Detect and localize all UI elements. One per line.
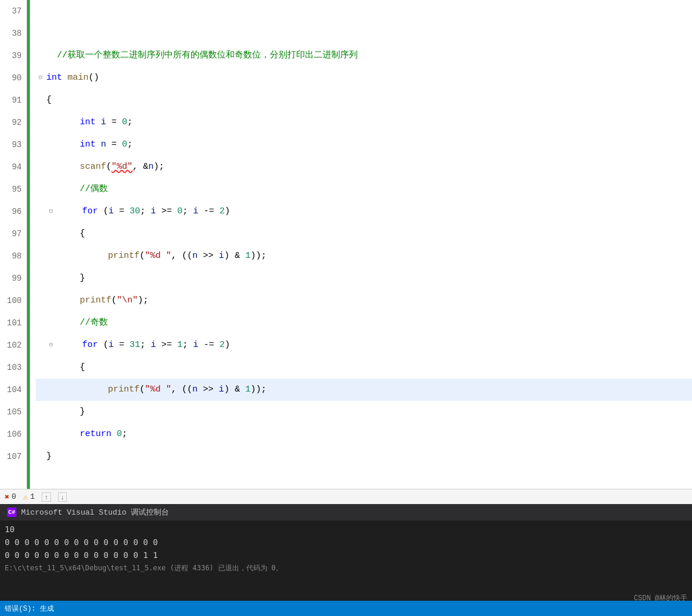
line-num-105: 105 xyxy=(2,401,22,423)
line-num-95: 95 xyxy=(2,178,22,200)
fold-icon-102[interactable]: ⊟ xyxy=(46,341,56,350)
line-num-102: 102 xyxy=(2,334,22,356)
console-title: Microsoft Visual Studio 调试控制台 xyxy=(21,507,169,518)
code-line-103: { xyxy=(36,356,692,379)
code-line-97: { xyxy=(36,223,692,245)
code-token-comment: //获取一个整数二进制序列中所有的偶数位和奇数位，分别打印出二进制序列 xyxy=(36,45,358,67)
code-token-int: int xyxy=(46,67,62,89)
code-line-107: } xyxy=(36,445,692,468)
error-icon: ✖ xyxy=(5,492,9,502)
line-num-107: 107 xyxy=(2,445,22,468)
code-line-102: ⊟ for ( i = 31 ; i >= 1 ; i -= 2 ) xyxy=(36,334,692,356)
line-num-101: 101 xyxy=(2,312,22,334)
code-line-99: } xyxy=(36,267,692,290)
code-line-105: } xyxy=(36,401,692,423)
code-token-main: main xyxy=(67,67,89,89)
warning-count: ⚠ 1 xyxy=(23,492,35,502)
code-line-96: ⊟ for ( i = 30 ; i >= 0 ; i -= 2 ) xyxy=(36,200,692,223)
error-count: ✖ 0 xyxy=(5,492,16,502)
line-numbers: 37 38 39 90 91 92 93 94 95 96 97 98 99 1… xyxy=(0,0,27,504)
code-editor: 37 38 39 90 91 92 93 94 95 96 97 98 99 1… xyxy=(0,0,692,504)
code-token-int-i: int xyxy=(80,111,96,134)
code-line-92: int i = 0 ; xyxy=(36,111,692,134)
code-line-38 xyxy=(36,22,692,45)
line-num-104: 104 xyxy=(2,379,22,401)
line-num-97: 97 xyxy=(2,223,22,245)
line-num-94: 94 xyxy=(2,156,22,178)
code-line-101: //奇数 xyxy=(36,312,692,334)
code-line-90: ⊟ int main () xyxy=(36,67,692,89)
code-content[interactable]: //获取一个整数二进制序列中所有的偶数位和奇数位，分别打印出二进制序列 ⊟ in… xyxy=(30,0,692,504)
code-line-95: //偶数 xyxy=(36,178,692,200)
bottom-toolbar: 错误(S): 生成 xyxy=(0,601,692,616)
warning-icon: ⚠ xyxy=(23,492,28,502)
code-line-100: printf ( "\n" ); xyxy=(36,290,692,312)
navigate-up-button[interactable]: ↑ xyxy=(42,492,51,502)
code-line-93: int n = 0 ; xyxy=(36,134,692,156)
vs-icon: C# xyxy=(7,508,16,517)
console-line-1: 10 xyxy=(5,523,687,536)
code-line-91: { xyxy=(36,89,692,111)
status-bar: ✖ 0 ⚠ 1 ↑ ↓ xyxy=(0,489,692,504)
line-num-38: 38 xyxy=(2,22,22,45)
code-line-94: scanf ( "%d" , & n ); xyxy=(36,156,692,178)
line-num-99: 99 xyxy=(2,267,22,290)
line-num-39: 39 xyxy=(2,45,22,67)
code-line-106: return 0 ; xyxy=(36,423,692,445)
fold-icon-90[interactable]: ⊟ xyxy=(36,73,45,83)
warning-count-label: 1 xyxy=(30,492,35,501)
console-line-2: 0 0 0 0 0 0 0 0 0 0 0 0 0 0 0 0 xyxy=(5,536,687,549)
line-num-91: 91 xyxy=(2,89,22,111)
code-line-37 xyxy=(36,0,692,22)
line-num-98: 98 xyxy=(2,245,22,267)
console-line-3: 0 0 0 0 0 0 0 0 0 0 0 0 0 0 1 1 xyxy=(5,549,687,561)
build-label: 错误(S): 生成 xyxy=(5,604,54,614)
line-num-100: 100 xyxy=(2,290,22,312)
console-last-line: E:\c\test_11_5\x64\Debug\test_11_5.exe (… xyxy=(5,561,687,574)
line-num-90: 90 xyxy=(2,67,22,89)
line-num-103: 103 xyxy=(2,356,22,379)
line-num-37: 37 xyxy=(2,0,22,22)
code-line-98: printf ( "%d " , (( n >> i ) & 1 )); xyxy=(36,245,692,267)
console-header: C# Microsoft Visual Studio 调试控制台 xyxy=(0,504,692,520)
navigate-down-button[interactable]: ↓ xyxy=(58,492,67,502)
code-token-int-n: int xyxy=(80,134,96,156)
fold-icon-96[interactable]: ⊟ xyxy=(46,207,56,216)
line-num-96: 96 xyxy=(2,200,22,223)
line-num-93: 93 xyxy=(2,134,22,156)
line-num-106: 106 xyxy=(2,423,22,445)
error-count-label: 0 xyxy=(12,492,16,501)
line-num-92: 92 xyxy=(2,111,22,134)
code-line-39: //获取一个整数二进制序列中所有的偶数位和奇数位，分别打印出二进制序列 xyxy=(36,45,692,67)
code-line-104: printf ( "%d " , (( n >> i ) & 1 )); xyxy=(36,379,692,401)
debug-console-panel: C# Microsoft Visual Studio 调试控制台 10 0 0 … xyxy=(0,504,692,616)
